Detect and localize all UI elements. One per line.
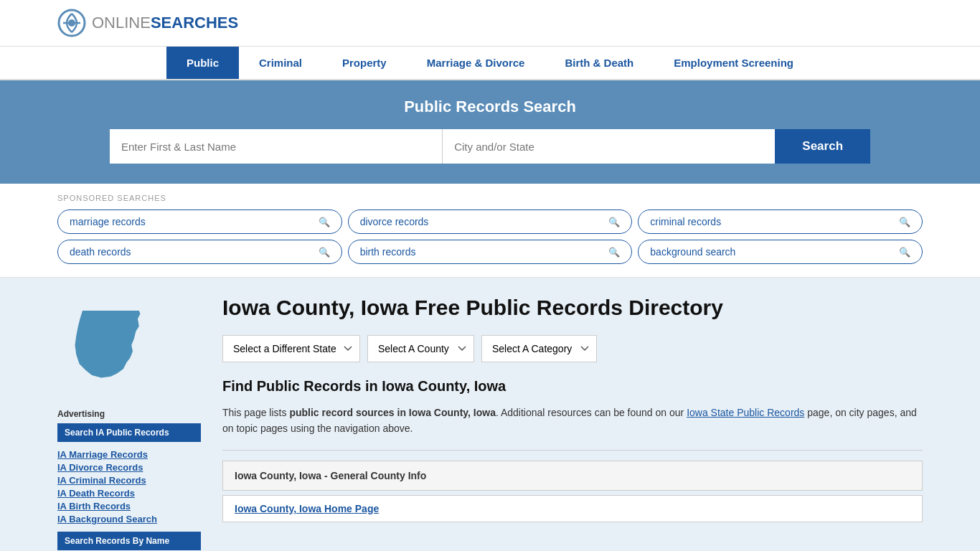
pill-search-icon: 🔍 (608, 217, 620, 227)
pill-label: birth records (360, 246, 416, 258)
desc-bold: public record sources in Iowa County, Io… (289, 407, 496, 418)
pill-search-icon: 🔍 (608, 247, 620, 258)
nav-public[interactable]: Public (166, 47, 239, 79)
pill-death-records[interactable]: death records 🔍 (57, 240, 342, 264)
search-button[interactable]: Search (775, 129, 870, 164)
hero-title: Public Records Search (57, 98, 923, 116)
nav-birth-death[interactable]: Birth & Death (545, 47, 654, 79)
sidebar-ad-label: Advertising (57, 409, 201, 419)
search-ia-public-records-button[interactable]: Search IA Public Records (57, 423, 201, 442)
dropdowns-row: Select a Different State Select A County… (222, 335, 923, 362)
logo-icon (57, 9, 86, 37)
sponsored-label: SPONSORED SEARCHES (57, 194, 923, 202)
nav-marriage-divorce[interactable]: Marriage & Divorce (407, 47, 545, 79)
pill-search-icon: 🔍 (319, 247, 330, 258)
iowa-map-svg (57, 295, 158, 395)
pill-label: death records (70, 246, 131, 258)
nav-employment[interactable]: Employment Screening (654, 47, 814, 79)
pill-marriage-records[interactable]: marriage records 🔍 (57, 209, 342, 234)
pill-birth-records[interactable]: birth records 🔍 (348, 240, 633, 264)
sidebar-link-divorce[interactable]: IA Divorce Records (57, 462, 201, 473)
logo: ONLINESEARCHES (57, 9, 238, 37)
sidebar-link-criminal[interactable]: IA Criminal Records (57, 475, 201, 486)
main-content: Advertising Search IA Public Records IA … (0, 278, 980, 551)
pill-background-search[interactable]: background search 🔍 (638, 240, 923, 264)
pill-search-icon: 🔍 (319, 217, 330, 227)
iowa-state-link[interactable]: Iowa State Public Records (687, 407, 804, 418)
pill-search-icon: 🔍 (899, 247, 910, 258)
sidebar: Advertising Search IA Public Records IA … (57, 295, 201, 550)
nav-property[interactable]: Property (322, 47, 407, 79)
pill-label: divorce records (360, 216, 429, 227)
page-heading: Iowa County, Iowa Free Public Records Di… (222, 295, 923, 321)
nav-criminal[interactable]: Criminal (239, 47, 322, 79)
sidebar-link-death[interactable]: IA Death Records (57, 488, 201, 499)
find-records-heading: Find Public Records in Iowa County, Iowa (222, 378, 923, 395)
main-nav: Public Criminal Property Marriage & Divo… (0, 47, 980, 80)
state-dropdown[interactable]: Select a Different State (222, 335, 360, 362)
accordion-header-general[interactable]: Iowa County, Iowa - General County Info (223, 461, 922, 490)
logo-online: ONLINE (92, 14, 151, 32)
city-input[interactable] (443, 129, 775, 164)
desc-part1: This page lists (222, 407, 289, 418)
logo-searches: SEARCHES (151, 14, 238, 32)
state-map (57, 295, 201, 397)
pill-label: marriage records (70, 216, 146, 227)
accordion-link-home-page[interactable]: Iowa County, Iowa Home Page (223, 496, 922, 522)
desc-part2: . Additional resources can be found on o… (496, 407, 687, 418)
header: ONLINESEARCHES (0, 0, 980, 47)
hero-banner: Public Records Search Search (0, 80, 980, 184)
name-input[interactable] (110, 129, 443, 164)
county-dropdown[interactable]: Select A County (367, 335, 474, 362)
sidebar-link-background[interactable]: IA Background Search (57, 514, 201, 524)
search-by-name-button[interactable]: Search Records By Name (57, 532, 201, 550)
pill-label: criminal records (650, 216, 721, 227)
search-bar: Search (110, 129, 870, 164)
sidebar-link-birth[interactable]: IA Birth Records (57, 501, 201, 512)
divider (222, 450, 923, 451)
sidebar-link-marriage[interactable]: IA Marriage Records (57, 449, 201, 460)
pill-label: background search (650, 246, 735, 258)
content-area: Iowa County, Iowa Free Public Records Di… (222, 295, 923, 550)
accordion-home-page: Iowa County, Iowa Home Page (222, 495, 923, 522)
pill-divorce-records[interactable]: divorce records 🔍 (348, 209, 633, 234)
sponsored-grid: marriage records 🔍 divorce records 🔍 cri… (57, 209, 923, 264)
pill-criminal-records[interactable]: criminal records 🔍 (638, 209, 923, 234)
logo-text: ONLINESEARCHES (92, 14, 238, 32)
category-dropdown[interactable]: Select A Category (481, 335, 597, 362)
sponsored-section: SPONSORED SEARCHES marriage records 🔍 di… (0, 184, 980, 278)
records-description: This page lists public record sources in… (222, 405, 923, 437)
pill-search-icon: 🔍 (899, 217, 910, 227)
accordion-general-info: Iowa County, Iowa - General County Info (222, 461, 923, 491)
